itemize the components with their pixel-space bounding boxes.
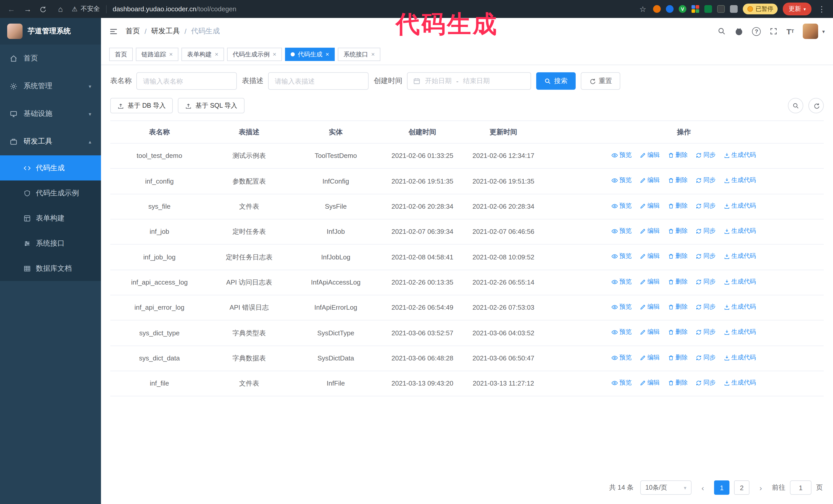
action-preview[interactable]: 预览: [612, 175, 632, 186]
toggle-search-button[interactable]: [788, 98, 803, 113]
bookmark-star-icon[interactable]: ☆: [638, 4, 648, 14]
action-preview[interactable]: 预览: [612, 378, 632, 388]
action-preview[interactable]: 预览: [612, 302, 632, 312]
import-sql-button[interactable]: 基于 SQL 导入: [178, 98, 244, 113]
browser-home-icon[interactable]: ⌂: [55, 5, 66, 13]
sidebar-item-devtools[interactable]: 研发工具 ▴: [0, 128, 101, 155]
close-icon[interactable]: ×: [326, 51, 329, 58]
close-icon[interactable]: ×: [215, 51, 218, 58]
tab-codegen-example[interactable]: 代码生成示例 ×: [227, 48, 282, 61]
sidebar-item-infra[interactable]: 基础设施 ▾: [0, 100, 101, 128]
page-size-select[interactable]: 10条/页 ▾: [640, 480, 691, 495]
action-generate-code[interactable]: 生成代码: [724, 353, 756, 363]
action-sync[interactable]: 同步: [696, 277, 716, 287]
address-bar[interactable]: dashboard.yudao.iocoder.cn/tool/codegen: [113, 5, 236, 13]
tab-api[interactable]: 系统接口 ×: [338, 48, 380, 61]
security-indicator[interactable]: ⚠ 不安全: [72, 5, 100, 13]
action-preview[interactable]: 预览: [612, 251, 632, 262]
action-delete[interactable]: 删除: [668, 277, 688, 287]
font-size-icon[interactable]: TT: [787, 27, 794, 35]
browser-back-icon[interactable]: ←: [6, 5, 17, 13]
action-delete[interactable]: 删除: [668, 201, 688, 211]
sidebar-item-codegen[interactable]: 代码生成: [0, 155, 101, 181]
goto-page-input[interactable]: [790, 480, 811, 495]
sidebar-item-form-builder[interactable]: 表单构建: [0, 206, 101, 231]
browser-reload-icon[interactable]: [39, 5, 49, 13]
browser-extension-icon[interactable]: [653, 5, 661, 13]
action-edit[interactable]: 编辑: [640, 201, 660, 211]
action-preview[interactable]: 预览: [612, 226, 632, 236]
chevron-down-icon[interactable]: ▾: [822, 28, 825, 34]
refresh-table-button[interactable]: [808, 98, 824, 113]
action-generate-code[interactable]: 生成代码: [724, 226, 756, 236]
browser-extension-icon[interactable]: [704, 5, 712, 13]
sidebar-item-api[interactable]: 系统接口: [0, 231, 101, 256]
action-delete[interactable]: 删除: [668, 327, 688, 338]
action-delete[interactable]: 删除: [668, 175, 688, 186]
help-icon[interactable]: ?: [752, 27, 761, 35]
search-icon[interactable]: [718, 27, 726, 35]
action-preview[interactable]: 预览: [612, 201, 632, 211]
browser-extension-icon[interactable]: [717, 5, 725, 13]
action-generate-code[interactable]: 生成代码: [724, 302, 756, 312]
browser-extension-icon[interactable]: V: [679, 5, 686, 13]
action-delete[interactable]: 删除: [668, 150, 688, 161]
breadcrumb-home[interactable]: 首页: [125, 27, 140, 36]
action-delete[interactable]: 删除: [668, 353, 688, 363]
action-sync[interactable]: 同步: [696, 353, 716, 363]
action-edit[interactable]: 编辑: [640, 378, 660, 388]
tab-home[interactable]: 首页: [109, 48, 133, 61]
action-sync[interactable]: 同步: [696, 378, 716, 388]
action-edit[interactable]: 编辑: [640, 302, 660, 312]
action-generate-code[interactable]: 生成代码: [724, 378, 756, 388]
breadcrumb-devtools[interactable]: 研发工具: [151, 27, 180, 36]
action-generate-code[interactable]: 生成代码: [724, 277, 756, 287]
tab-form-builder[interactable]: 表单构建 ×: [182, 48, 224, 61]
sidebar-item-codegen-example[interactable]: 代码生成示例: [0, 181, 101, 206]
action-generate-code[interactable]: 生成代码: [724, 201, 756, 211]
user-avatar[interactable]: [803, 24, 818, 39]
action-edit[interactable]: 编辑: [640, 327, 660, 338]
extensions-puzzle-icon[interactable]: [730, 5, 738, 13]
action-preview[interactable]: 预览: [612, 353, 632, 363]
action-generate-code[interactable]: 生成代码: [724, 150, 756, 161]
action-delete[interactable]: 删除: [668, 302, 688, 312]
fullscreen-icon[interactable]: [770, 27, 778, 35]
action-delete[interactable]: 删除: [668, 226, 688, 236]
action-sync[interactable]: 同步: [696, 150, 716, 161]
action-preview[interactable]: 预览: [612, 327, 632, 338]
tab-tracing[interactable]: 链路追踪 ×: [136, 48, 178, 61]
table-name-input[interactable]: [136, 72, 237, 90]
import-db-button[interactable]: 基于 DB 导入: [110, 98, 173, 113]
browser-extension-icon[interactable]: [666, 5, 673, 13]
sidebar-item-db-doc[interactable]: 数据库文档: [0, 256, 101, 281]
action-generate-code[interactable]: 生成代码: [724, 251, 756, 262]
action-edit[interactable]: 编辑: [640, 150, 660, 161]
action-sync[interactable]: 同步: [696, 201, 716, 211]
action-edit[interactable]: 编辑: [640, 175, 660, 186]
date-range-picker[interactable]: 开始日期 - 结束日期: [407, 72, 531, 90]
action-generate-code[interactable]: 生成代码: [724, 327, 756, 338]
close-icon[interactable]: ×: [273, 51, 276, 58]
action-edit[interactable]: 编辑: [640, 277, 660, 287]
browser-forward-icon[interactable]: →: [23, 5, 33, 13]
reset-button[interactable]: 重置: [581, 72, 620, 90]
browser-menu-icon[interactable]: ⋮: [816, 4, 827, 14]
action-sync[interactable]: 同步: [696, 226, 716, 236]
sidebar-item-system[interactable]: 系统管理 ▾: [0, 72, 101, 100]
update-button[interactable]: 更新 ▾: [783, 3, 811, 16]
action-sync[interactable]: 同步: [696, 175, 716, 186]
action-edit[interactable]: 编辑: [640, 353, 660, 363]
sidebar-item-home[interactable]: 首页: [0, 45, 101, 72]
sidebar-collapse-icon[interactable]: [109, 27, 118, 35]
search-button[interactable]: 搜索: [536, 72, 576, 90]
action-delete[interactable]: 删除: [668, 378, 688, 388]
app-logo[interactable]: 芋道管理系统: [0, 18, 101, 45]
action-sync[interactable]: 同步: [696, 302, 716, 312]
page-button-1[interactable]: 1: [714, 480, 730, 495]
action-generate-code[interactable]: 生成代码: [724, 175, 756, 186]
table-desc-input[interactable]: [268, 72, 368, 90]
action-edit[interactable]: 编辑: [640, 251, 660, 262]
action-preview[interactable]: 预览: [612, 277, 632, 287]
tab-codegen[interactable]: 代码生成 ×: [285, 48, 335, 61]
